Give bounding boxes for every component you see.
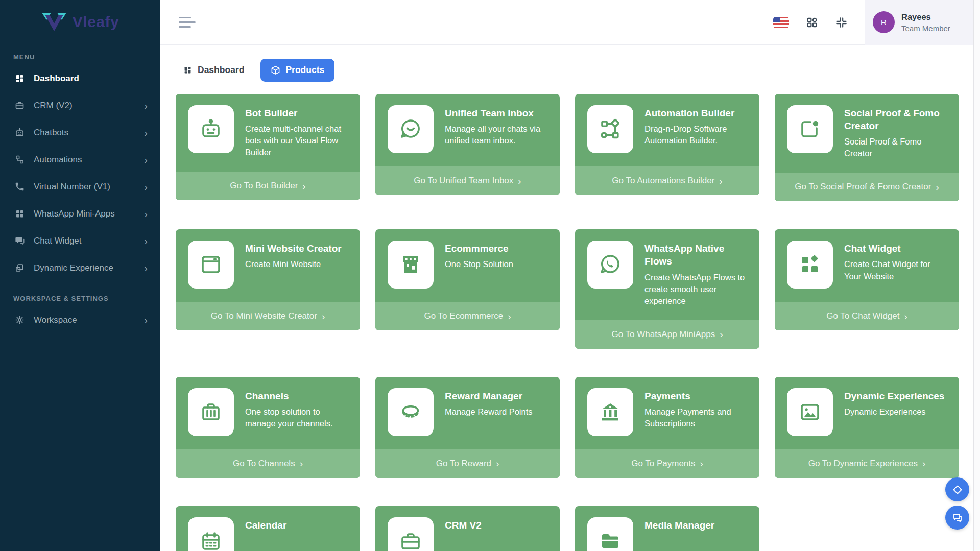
go-to-link-whatsapp-native-flows[interactable]: Go To WhatsApp MiniApps› (575, 320, 759, 349)
tab-label: Products (285, 65, 324, 76)
go-to-link-ecommmerce[interactable]: Go To Ecommmerce› (375, 302, 560, 330)
vleafy-logo-icon (41, 12, 67, 32)
chevron-right-icon: › (144, 209, 148, 219)
product-card-title: Dynamic Experiences (844, 390, 944, 402)
product-card-title: Unified Team Inbox (445, 107, 547, 119)
scrollbar[interactable] (973, 0, 980, 551)
menu-lines-icon[interactable] (179, 17, 196, 28)
compress-icon[interactable] (835, 16, 848, 29)
user-profile[interactable]: R Rayees Team Member (865, 0, 980, 45)
tab-products[interactable]: Products (260, 59, 334, 82)
sidebar-section-label: MENU (13, 53, 160, 61)
sidebar: Vleafy MENUDashboardCRM (V2)›Chatbots›Au… (0, 0, 160, 551)
go-to-link-channels[interactable]: Go To Channels› (176, 449, 360, 478)
feedback-chat-icon[interactable] (945, 506, 969, 530)
product-card-title: Channels (245, 390, 348, 402)
product-card-description: Social Proof & Fomo Creator (844, 136, 947, 159)
logo[interactable]: Vleafy (0, 0, 160, 40)
product-card-title: Payments (644, 390, 747, 402)
product-card-title: Automation Builder (644, 107, 747, 119)
sidebar-item-virtual-number-v1[interactable]: Virtual Number (V1)› (0, 173, 160, 200)
go-to-link-social-proof-fomo-creator[interactable]: Go To Social Proof & Fomo Creator› (775, 173, 959, 201)
product-card-text: Reward ManagerManage Reward Points (445, 388, 533, 436)
robot-icon (14, 127, 25, 138)
go-to-link-unified-team-inbox[interactable]: Go To Unified Team Inbox› (375, 166, 560, 195)
sidebar-item-whatsapp-mini-apps[interactable]: WhatsApp Mini-Apps› (0, 200, 160, 227)
go-to-link-chat-widget[interactable]: Go To Chat Widget› (775, 302, 959, 330)
product-card-crm-v2: CRM V2 (375, 506, 560, 551)
sidebar-item-label: Chat Widget (34, 236, 82, 246)
smiley-chat-icon (388, 105, 434, 153)
sidebar-item-label: Dynamic Experience (34, 263, 113, 273)
top-header: R Rayees Team Member (160, 0, 980, 45)
product-card-title: Calendar (245, 519, 286, 532)
sidebar-item-chat-widget[interactable]: Chat Widget› (0, 227, 160, 254)
go-to-link-reward-manager[interactable]: Go To Reward› (375, 449, 560, 478)
main-content: DashboardProducts Bot BuilderCreate mult… (160, 45, 973, 551)
product-card-media-manager: Media Manager (575, 506, 759, 551)
logo-text: Vleafy (73, 13, 119, 31)
sidebar-item-dynamic-experience[interactable]: Dynamic Experience› (0, 254, 160, 281)
product-card-body: Chat WidgetCreate Chat Widget for Your W… (775, 229, 959, 302)
go-to-link-label: Go To Bot Builder (230, 181, 298, 191)
sidebar-item-chatbots[interactable]: Chatbots› (0, 119, 160, 146)
chevron-right-icon: › (904, 312, 907, 321)
product-card-chat-widget: Chat WidgetCreate Chat Widget for Your W… (775, 229, 959, 330)
product-card-text: Automation BuilderDrag-n-Drop Software A… (644, 105, 747, 153)
tab-dashboard[interactable]: Dashboard (176, 60, 251, 81)
product-card-text: Unified Team InboxManage all your chats … (445, 105, 547, 153)
go-to-link-label: Go To Mini Website Creator (211, 311, 317, 321)
apps-grid-icon (14, 208, 25, 220)
product-card-description: Manage all your chats via unified team i… (445, 123, 547, 147)
go-to-link-dynamic-experiences[interactable]: Go To Dynamic Experiences› (775, 449, 959, 478)
chevron-right-icon: › (322, 312, 325, 321)
sidebar-item-label: WhatsApp Mini-Apps (34, 209, 115, 219)
go-to-link-mini-website-creator[interactable]: Go To Mini Website Creator› (176, 302, 360, 330)
product-card-title: WhatsApp Native Flows (644, 242, 747, 268)
product-card-text: PaymentsManage Payments and Subscription… (644, 388, 747, 436)
tab-label: Dashboard (198, 65, 244, 76)
chevron-right-icon: › (700, 459, 703, 468)
product-card-description: Dynamic Experiences (844, 406, 944, 418)
diamond-nodes-icon[interactable] (945, 477, 969, 501)
go-to-link-label: Go To Automations Builder (612, 176, 714, 186)
go-to-link-label: Go To Chat Widget (826, 311, 899, 321)
product-card-title: Reward Manager (445, 390, 533, 402)
sidebar-item-dashboard[interactable]: Dashboard (0, 65, 160, 92)
product-card-unified-team-inbox: Unified Team InboxManage all your chats … (375, 94, 560, 195)
product-card-dynamic-experiences: Dynamic ExperiencesDynamic ExperiencesGo… (775, 377, 959, 478)
go-to-link-payments[interactable]: Go To Payments› (575, 449, 759, 478)
product-card-title: Chat Widget (844, 242, 947, 255)
product-card-reward-manager: Reward ManagerManage Reward PointsGo To … (375, 377, 560, 478)
chat-bubble-icon (14, 235, 25, 247)
sidebar-item-label: Automations (34, 155, 82, 165)
sidebar-item-label: Virtual Number (V1) (34, 182, 110, 192)
product-card-body: Calendar (176, 506, 360, 551)
product-card-title: Mini Website Creator (245, 242, 342, 255)
chevron-right-icon: › (719, 176, 722, 186)
product-card-body: ChannelsOne stop solution to manage your… (176, 377, 360, 449)
product-card-body: Social Proof & Fomo CreatorSocial Proof … (775, 94, 959, 173)
product-card-social-proof-fomo-creator: Social Proof & Fomo CreatorSocial Proof … (775, 94, 959, 201)
go-to-link-automation-builder[interactable]: Go To Automations Builder› (575, 166, 759, 195)
sidebar-item-automations[interactable]: Automations› (0, 146, 160, 173)
product-card-text: Dynamic ExperiencesDynamic Experiences (844, 388, 944, 436)
calendar-icon (188, 517, 234, 551)
bank-icon (587, 388, 633, 436)
shapes-grid-icon[interactable] (805, 16, 819, 29)
product-card-description: Create Chat Widget for Your Website (844, 258, 947, 282)
sidebar-item-crm-v2[interactable]: CRM (V2)› (0, 92, 160, 119)
product-card-description: Create Mini Website (245, 258, 342, 270)
coin-ring-icon (388, 388, 434, 436)
user-name: Rayees (901, 12, 950, 22)
sidebar-item-workspace[interactable]: Workspace› (0, 306, 160, 333)
chevron-right-icon: › (300, 459, 303, 468)
chevron-right-icon: › (922, 459, 925, 468)
product-card-ecommmerce: EcommmerceOne Stop SolutionGo To Ecommme… (375, 229, 560, 330)
folder-icon (587, 517, 633, 551)
go-to-link-bot-builder[interactable]: Go To Bot Builder› (176, 172, 360, 200)
us-flag-icon[interactable] (773, 17, 789, 28)
chevron-right-icon: › (936, 182, 939, 192)
product-card-text: EcommmerceOne Stop Solution (445, 241, 513, 289)
briefcase-icon (388, 517, 434, 551)
